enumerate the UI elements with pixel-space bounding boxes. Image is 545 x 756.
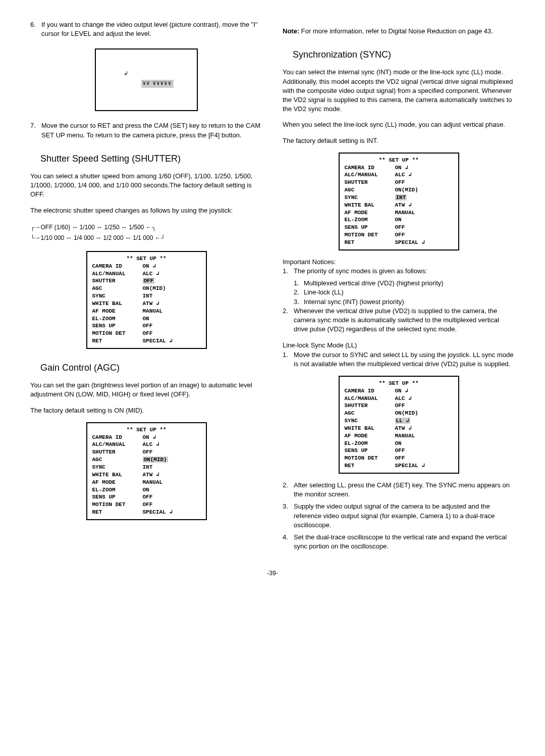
- highlighted-value: ON(MID): [143, 457, 168, 463]
- ll-mode-heading: Line-lock Sync Mode (LL): [283, 341, 515, 350]
- paragraph: When you select the line-lock sync (LL) …: [283, 120, 515, 129]
- setup-menu-sync-ll: ** SET UP ** CAMERA IDON ↲ ALC/MANUALALC…: [339, 376, 459, 474]
- item-text: Line-lock (LL): [304, 288, 344, 297]
- item-text: Move the cursor to RET and press the CAM…: [41, 121, 262, 139]
- note-text: For more information, refer to Digital N…: [299, 27, 493, 35]
- list-item: 7. Move the cursor to RET and press the …: [30, 121, 262, 139]
- highlighted-value: INT: [395, 194, 407, 200]
- note-label: Note:: [283, 27, 299, 35]
- item-number: 1.: [294, 279, 304, 288]
- setup-menu-sync-int: ** SET UP ** CAMERA IDON ↲ ALC/MANUALALC…: [339, 153, 459, 250]
- item-number: 3.: [294, 297, 304, 307]
- menu-title: ** SET UP **: [92, 426, 201, 434]
- item-number: 6.: [30, 20, 41, 38]
- paragraph: The electronic shutter speed changes as …: [30, 206, 262, 215]
- paragraph: You can set the gain (brightness level p…: [30, 381, 262, 399]
- item-text: Internal sync (INT) (lowest priority): [304, 297, 404, 307]
- flow-line-1: OFF (1/60) ↔ 1/100 ↔ 1/250 ↔ 1/500: [41, 224, 144, 231]
- important-notices-heading: Important Notices:: [283, 258, 515, 267]
- section-heading-shutter: Shutter Speed Setting (SHUTTER): [40, 153, 262, 165]
- section-heading-agc: Gain Control (AGC): [40, 362, 262, 374]
- paragraph: The factory default setting is INT.: [283, 136, 515, 145]
- item-text: After selecting LL, press the CAM (SET) …: [294, 481, 515, 499]
- list-item: 3. Supply the video output signal of the…: [283, 502, 515, 530]
- sub-list-item: 3. Internal sync (INT) (lowest priority): [294, 297, 515, 307]
- item-number: 7.: [30, 121, 41, 139]
- sub-list-item: 2. Line-lock (LL): [294, 288, 515, 297]
- section-heading-sync: Synchronization (SYNC): [293, 48, 515, 61]
- list-item: 2. After selecting LL, press the CAM (SE…: [283, 481, 515, 499]
- menu-title: ** SET UP **: [92, 255, 201, 263]
- highlighted-value: OFF: [143, 278, 155, 284]
- level-bar: ¥¥ ¥¥¥¥¥: [141, 80, 174, 88]
- shutter-flow-diagram: ┌→OFF (1/60) ↔ 1/100 ↔ 1/250 ↔ 1/500 ←┐ …: [30, 222, 262, 244]
- item-number: 4.: [283, 533, 294, 551]
- page-number: -39-: [30, 569, 515, 578]
- item-text: Supply the video output signal of the ca…: [294, 502, 515, 530]
- item-text: If you want to change the video output l…: [41, 20, 262, 38]
- page-columns: 6. If you want to change the video outpu…: [30, 20, 515, 554]
- left-column: 6. If you want to change the video outpu…: [30, 20, 262, 554]
- list-item: 1. The priority of sync modes is given a…: [283, 267, 515, 276]
- level-dialog: ↲ ¥¥ ¥¥¥¥¥: [95, 48, 198, 111]
- paragraph: You can select a shutter speed from amon…: [30, 172, 262, 199]
- item-number: 2.: [294, 288, 304, 297]
- list-item: 6. If you want to change the video outpu…: [30, 20, 262, 38]
- flow-line-2: 1/10 000 ↔ 1/4 000 ↔ 1/2 000 ↔ 1/1 000: [41, 234, 153, 241]
- right-column: Note: For more information, refer to Dig…: [283, 20, 515, 554]
- setup-menu-agc: ** SET UP ** CAMERA IDON ↲ ALC/MANUALALC…: [86, 422, 207, 520]
- sub-list-item: 1. Multiplexed vertical drive (VD2) (hig…: [294, 279, 515, 288]
- menu-title: ** SET UP **: [345, 380, 453, 387]
- list-item: 4. Set the dual-trace oscilloscope to th…: [283, 533, 515, 551]
- menu-title: ** SET UP **: [345, 157, 453, 164]
- item-text: Multiplexed vertical drive (VD2) (highes…: [304, 279, 444, 288]
- item-number: 2.: [283, 307, 294, 334]
- paragraph: You can select the internal sync (INT) m…: [283, 68, 515, 114]
- note-paragraph: Note: For more information, refer to Dig…: [283, 27, 515, 36]
- setup-menu-shutter: ** SET UP ** CAMERA IDON ↲ ALC/MANUALALC…: [86, 251, 207, 349]
- item-number: 1.: [283, 267, 294, 276]
- paragraph: The factory default setting is ON (MID).: [30, 406, 262, 415]
- item-number: 3.: [283, 502, 294, 530]
- item-text: Move the cursor to SYNC and select LL by…: [294, 350, 515, 369]
- list-item: 2. Whenever the vertical drive pulse (VD…: [283, 307, 515, 334]
- item-text: Set the dual-trace oscilloscope to the v…: [294, 533, 515, 551]
- cursor-icon: ↲: [124, 70, 128, 77]
- item-text: Whenever the vertical drive pulse (VD2) …: [294, 307, 515, 334]
- item-number: 2.: [283, 481, 294, 499]
- item-text: The priority of sync modes is given as f…: [294, 267, 515, 276]
- item-number: 1.: [283, 350, 294, 369]
- list-item: 1. Move the cursor to SYNC and select LL…: [283, 350, 515, 369]
- highlighted-value: LL ↲: [395, 418, 410, 424]
